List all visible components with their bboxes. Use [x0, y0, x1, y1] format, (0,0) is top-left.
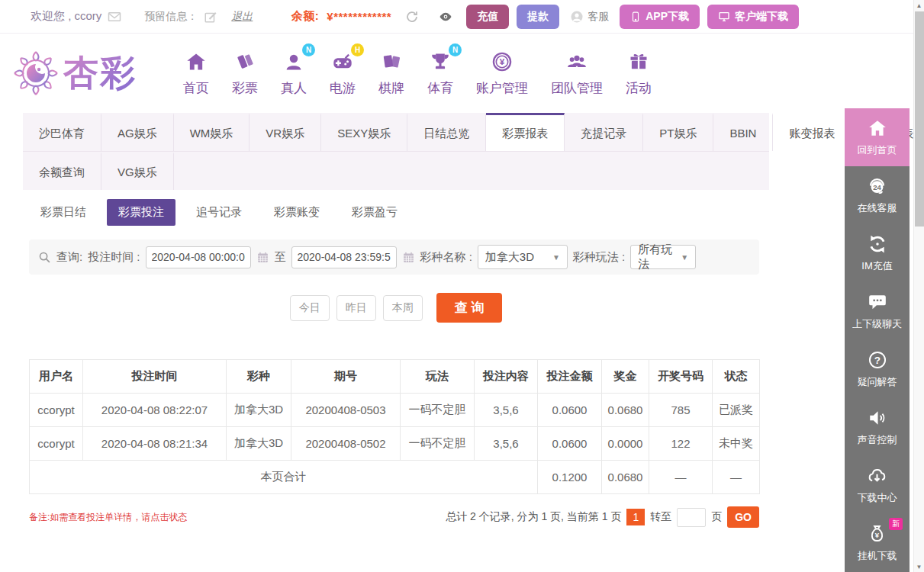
- side-item-hangup-download[interactable]: 新 ¥ 挂机下载: [845, 514, 910, 572]
- welcome-text: 欢迎您 , ccory: [31, 9, 101, 24]
- recharge-button[interactable]: 充值: [466, 5, 509, 29]
- col-issue: 期号: [291, 360, 401, 394]
- today-button[interactable]: 今日: [290, 295, 330, 321]
- nav-item-home[interactable]: 首页: [172, 50, 221, 97]
- side-item-label: 挂机下载: [858, 549, 897, 563]
- lottery-name-select[interactable]: 加拿大3D ▼: [478, 245, 568, 269]
- nav-item-egames[interactable]: H 电游: [318, 50, 367, 97]
- withdraw-button[interactable]: 提款: [517, 5, 559, 29]
- chevron-down-icon: ▼: [681, 253, 688, 262]
- gift-icon: [626, 50, 651, 74]
- tab-pt[interactable]: PT娱乐: [643, 113, 713, 151]
- svg-text:¥: ¥: [875, 531, 880, 539]
- nav-label: 团队管理: [551, 79, 603, 97]
- cell-prize: 0.0000: [602, 427, 649, 461]
- side-item-sound[interactable]: 声音控制: [845, 398, 910, 456]
- cell-lottery: 加拿大3D: [227, 394, 291, 427]
- nav-item-live[interactable]: N 真人: [269, 50, 318, 97]
- cell-issue: 20200408-0502: [291, 427, 401, 461]
- tab-ag[interactable]: AG娱乐: [101, 113, 174, 151]
- side-item-download-center[interactable]: 下载中心: [845, 456, 910, 514]
- cell-play: 一码不定胆: [401, 427, 475, 461]
- tab-shaba-sports[interactable]: 沙巴体育: [23, 113, 101, 151]
- scrollbar-thumb[interactable]: [915, 11, 924, 227]
- refresh-icon[interactable]: [405, 10, 419, 24]
- col-bet-content: 投注内容: [475, 360, 538, 394]
- query-label: 查询:: [56, 250, 82, 265]
- tab-wm[interactable]: WM娱乐: [174, 113, 250, 151]
- customer-service-link[interactable]: 客服: [570, 10, 609, 24]
- status-badge-lost[interactable]: 未中奖: [713, 427, 760, 461]
- page-number-input[interactable]: [677, 508, 706, 527]
- side-item-faq[interactable]: ? 疑问解答: [845, 340, 910, 398]
- start-time-input[interactable]: [146, 246, 251, 268]
- headset-24-icon: 24: [867, 175, 887, 196]
- pagination: 总计 2 个记录, 分为 1 页, 当前第 1 页 1 转至 页 GO: [446, 506, 759, 528]
- side-item-online-service[interactable]: 24 在线客服: [845, 166, 910, 224]
- gamepad-icon: H: [330, 50, 355, 74]
- edit-icon[interactable]: [204, 10, 217, 24]
- calendar-icon[interactable]: [256, 251, 269, 264]
- side-item-label: 声音控制: [858, 433, 897, 447]
- to-label: 至: [275, 250, 286, 265]
- brand-logo[interactable]: 杏彩: [11, 49, 137, 98]
- subtab-chase-records[interactable]: 追号记录: [185, 199, 253, 226]
- side-item-back-home[interactable]: 回到首页: [845, 108, 910, 166]
- phone-icon: [630, 11, 641, 23]
- side-item-label: IM充值: [861, 259, 892, 273]
- calendar-icon[interactable]: [402, 251, 415, 264]
- tab-deposit-withdraw[interactable]: 充提记录: [565, 113, 643, 151]
- nav-label: 体育: [427, 79, 453, 97]
- side-item-im-recharge[interactable]: IM充值: [845, 224, 910, 282]
- speaker-icon: [867, 407, 887, 428]
- vertical-scrollbar: ▲ ▼: [913, 0, 924, 572]
- tab-sexy[interactable]: SEXY娱乐: [321, 113, 407, 151]
- scroll-down-arrow[interactable]: ▼: [914, 561, 924, 572]
- chevron-down-icon: ▼: [552, 253, 560, 262]
- side-item-chat[interactable]: 上下级聊天: [845, 282, 910, 340]
- subtab-lottery-profit-loss[interactable]: 彩票盈亏: [340, 199, 409, 226]
- cell-prize: 0.0680: [602, 394, 649, 427]
- nav-label: 彩票: [232, 79, 258, 97]
- tab-lottery-report[interactable]: 彩票报表: [486, 113, 565, 151]
- table-row: ccorypt 2020-04-08 08:21:34 加拿大3D 202004…: [30, 427, 760, 461]
- tab-account-change-report[interactable]: 账变报表: [773, 113, 852, 151]
- tab-daily-overview[interactable]: 日结总览: [407, 113, 486, 151]
- nav-item-lottery[interactable]: 彩票: [221, 50, 269, 97]
- play-type-select[interactable]: 所有玩法 ▼: [630, 245, 696, 269]
- col-status: 状态: [713, 360, 760, 394]
- current-page-button[interactable]: 1: [626, 509, 645, 525]
- search-button[interactable]: 查 询: [436, 293, 503, 323]
- tab-balance-query[interactable]: 余额查询: [23, 152, 101, 190]
- subtab-lottery-account-change[interactable]: 彩票账变: [262, 199, 331, 226]
- tab-vr[interactable]: VR娱乐: [250, 113, 321, 151]
- subtab-lottery-daily[interactable]: 彩票日结: [29, 199, 98, 226]
- end-time-input[interactable]: [291, 246, 397, 268]
- scroll-up-arrow[interactable]: ▲: [914, 0, 924, 11]
- app-download-button[interactable]: APP下载: [620, 5, 700, 29]
- this-week-button[interactable]: 本周: [383, 295, 423, 321]
- col-bet-amount: 投注金额: [538, 360, 602, 394]
- mail-icon[interactable]: [108, 10, 121, 24]
- nav-item-account[interactable]: ¥ 账户管理: [465, 50, 539, 97]
- eye-icon[interactable]: [439, 10, 452, 24]
- balance-label: 余额:: [291, 9, 320, 24]
- nav-item-promotions[interactable]: 活动: [614, 50, 663, 97]
- yesterday-button[interactable]: 昨日: [336, 295, 376, 321]
- tab-bbin[interactable]: BBIN: [713, 113, 773, 151]
- status-badge-paid[interactable]: 已派奖: [713, 394, 760, 427]
- summary-label: 本页合计: [30, 461, 538, 494]
- nav-label: 棋牌: [378, 79, 404, 97]
- logout-link[interactable]: 退出: [231, 10, 253, 24]
- cell-username: ccorypt: [30, 394, 83, 427]
- tab-vg[interactable]: VG娱乐: [101, 152, 174, 190]
- monitor-icon: [718, 11, 730, 23]
- go-button[interactable]: GO: [727, 506, 759, 528]
- client-download-button[interactable]: 客户端下载: [707, 5, 799, 29]
- logo-emblem-icon: [11, 49, 60, 98]
- nav-item-cards[interactable]: 棋牌: [367, 50, 416, 97]
- subtab-lottery-bets[interactable]: 彩票投注: [107, 199, 175, 226]
- nav-item-team[interactable]: 团队管理: [539, 50, 614, 97]
- search-icon: [38, 251, 51, 264]
- nav-item-sports[interactable]: N 体育: [416, 50, 465, 97]
